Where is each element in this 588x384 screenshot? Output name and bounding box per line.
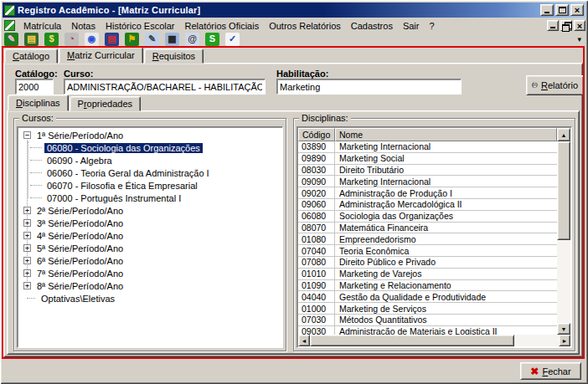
mdi-child-icon[interactable] [4,20,15,31]
tree-node-07000-portugues-instrumental-i[interactable]: 07000 - Português Instrumental I [44,192,281,204]
grid-row-01010[interactable]: 01010Marketing de Varejos [298,269,557,280]
tree-expand-icon[interactable]: + [23,244,31,252]
matricula-board-icon[interactable]: ✎ [4,33,18,46]
vertical-scrollbar[interactable]: ▼ [557,141,570,335]
edit-notes-icon[interactable]: ✎ [145,33,159,46]
mdi-restore-icon [562,22,570,29]
library-books-icon[interactable]: ▤ [105,33,119,46]
grid-row-09030[interactable]: 09030Administração de Materiais e Logist… [298,326,557,335]
curso-input[interactable] [64,79,266,95]
window-title: Registro Acadêmico - [Matriz Curricular] [18,5,200,15]
stopwatch-icon[interactable]: ◔ [64,33,79,46]
tree-node-06060-teoria-geral-da-administracao-i[interactable]: 06060 - Teoria Geral da Administração I [44,166,281,179]
grid-row-09060[interactable]: 09060Administração Mercadológica II [298,199,557,211]
tree-root: −1ª Série/Período/Ano06080 - Sociologia … [19,129,281,305]
subtab-disciplinas[interactable]: Disciplinas [8,95,69,111]
validate-check-icon[interactable]: ✓ [225,33,240,46]
tree-expand-icon[interactable]: + [23,219,31,227]
tree-collapse-icon[interactable]: − [23,131,31,139]
grid-row-09890[interactable]: 09890Marketing Social [298,153,557,165]
tree-node-2-serie-periodo-ano[interactable]: +2ª Série/Período/Ano [19,204,281,217]
grid-row-04040[interactable]: 04040Gestão da Qualidade e Produtividade [298,291,557,303]
grid-row-07080[interactable]: 07080Direito Público e Privado [298,257,557,269]
menu-item-cadastros[interactable]: Cadastros [346,20,398,32]
horizontal-scrollbar[interactable]: ◄ ► [298,335,570,346]
disciplinas-grid: CódigoNome ▲ 03890Marketing Internaciona… [297,126,572,348]
mdi-close-button[interactable]: × [574,20,585,31]
tree-node-optativas-eletivas[interactable]: Optativas\Eletivas [19,292,281,305]
grid-row-01090[interactable]: 01090Marketing e Relacionamento [298,280,557,292]
cell-nome: Marketing de Varejos [335,269,557,279]
menu-item-historico-escolar[interactable]: Histórico Escolar [101,20,180,32]
menu-item-relatorios-oficiais[interactable]: Relatórios Oficiais [180,20,265,32]
mdi-restore-button[interactable] [560,20,572,31]
cursos-groupbox: Cursos: −1ª Série/Período/Ano06080 - Soc… [13,118,286,351]
email-search-icon[interactable]: @ [185,33,199,46]
tab-requisitos[interactable]: Requisitos [144,49,204,64]
catalogo-input[interactable] [15,79,54,95]
tree-node-1-serie-periodo-ano[interactable]: −1ª Série/Período/Ano [19,129,281,141]
grid-row-09020[interactable]: 09020Administração de Produção I [298,187,557,199]
minimize-button[interactable] [540,4,554,16]
horizontal-scrollbar-thumb[interactable] [310,335,514,346]
tree-node-label: 6ª Série/Período/Ano [34,256,126,266]
vertical-scrollbar-thumb[interactable] [557,141,570,240]
grid-row-03890[interactable]: 03890Marketing Internacional [298,141,557,153]
tree-node-label: 07000 - Português Instrumental I [44,193,183,203]
menu-item-matricula[interactable]: Matrícula [18,20,66,32]
grid-row-08070[interactable]: 08070Matemática Financeira [298,223,557,234]
grid-column-header-nome[interactable]: Nome [335,128,557,141]
tree-node-8-serie-periodo-ano[interactable]: +8ª Série/Período/Ano [19,279,281,292]
tree-node-label: 4ª Série/Período/Ano [34,231,126,241]
grid-row-06080[interactable]: 06080Sociologia das Organizações [298,211,557,223]
grid-row-01000[interactable]: 01000Marketing de Serviços [298,303,557,315]
tree-node-6-serie-periodo-ano[interactable]: +6ª Série/Período/Ano [19,254,281,267]
habilitacao-input[interactable] [276,79,462,95]
toolbar-overflow-icon[interactable]: ▾ [577,35,581,44]
grid-column-header-codigo[interactable]: Código [298,128,335,141]
scroll-up-button[interactable]: ▲ [557,128,570,141]
menu-item-sair[interactable]: Sair [398,20,425,32]
tree-wrap: −1ª Série/Período/Ano06080 - Sociologia … [19,129,281,346]
search-record-icon[interactable]: ◉ [85,33,99,46]
close-button[interactable]: × [570,4,584,16]
tab-catalogo[interactable]: Catálogo [4,49,58,64]
scroll-left-button[interactable]: ◄ [298,335,310,346]
maximize-button[interactable] [555,4,569,16]
cell-codigo: 01000 [298,303,335,314]
calculator-icon[interactable]: ▦ [165,33,179,46]
key-flag-icon[interactable]: ⚑ [125,33,139,46]
grid-row-07040[interactable]: 07040Teoria Econômica [298,245,557,257]
tree-expand-icon[interactable]: + [23,257,31,264]
grades-terminal-icon[interactable]: ▤ [24,33,39,46]
subtab-propriedades[interactable]: Propriedades [70,96,141,111]
tree-node-06070-filosofia-e-etica-empresarial[interactable]: 06070 - Filosofia e Ética Empresarial [44,179,281,192]
grid-row-09090[interactable]: 09090Marketing Internacional [298,176,557,187]
scroll-right-button[interactable]: ► [559,335,570,346]
tree-node-7-serie-periodo-ano[interactable]: +7ª Série/Período/Ano [19,267,281,279]
menu-item-item[interactable]: ? [424,20,439,32]
grid-row-08030[interactable]: 08030Direito Tributário [298,165,557,177]
menu-item-outros-relatorios[interactable]: Outros Relatórios [264,20,346,32]
tree-expand-icon[interactable]: + [23,232,31,239]
tree-node-4-serie-periodo-ano[interactable]: +4ª Série/Período/Ano [19,229,281,242]
mdi-minimize-button[interactable] [547,20,559,31]
money-bag-icon[interactable]: $ [44,33,59,46]
tree-expand-icon[interactable]: + [23,282,31,289]
relatorio-button[interactable]: Relatório [526,75,584,95]
tab-matriz-curricular[interactable]: Matriz Curricular [59,47,143,64]
tree-expand-icon[interactable]: + [23,207,31,214]
tree-expand-icon[interactable]: + [23,269,31,277]
s-application-icon[interactable]: S [205,33,219,46]
tree-node-06080-sociologia-das-organizacoes[interactable]: 06080 - Sociologia das Organizações [44,141,281,154]
grid-row-07030[interactable]: 07030Métodos Quantitativos [298,315,557,326]
cell-nome: Marketing Internacional [335,177,557,187]
grid-row-01080[interactable]: 01080Empreendedorismo [298,233,557,245]
fechar-button[interactable]: ✖ Fechar [520,362,581,380]
scroll-down-button[interactable]: ▼ [557,323,570,335]
tree-node-5-serie-periodo-ano[interactable]: +5ª Série/Período/Ano [19,242,281,254]
tree-node-3-serie-periodo-ano[interactable]: +3ª Série/Período/Ano [19,217,281,229]
tree-node-06090-algebra[interactable]: 06090 - Algebra [44,154,281,166]
menu-item-notas[interactable]: Notas [66,20,101,32]
toolbar: ✎▤$◔◉▤⚑✎▦@S✓ [4,32,240,46]
